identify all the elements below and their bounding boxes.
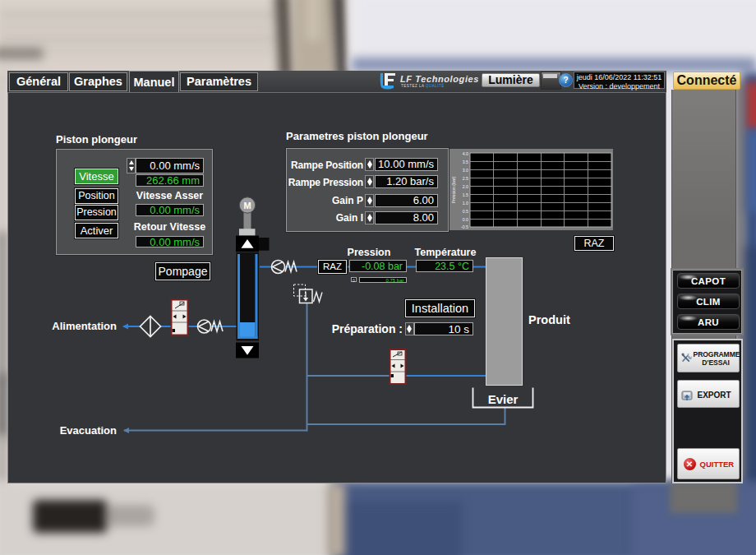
svg-text:M: M <box>243 201 251 210</box>
